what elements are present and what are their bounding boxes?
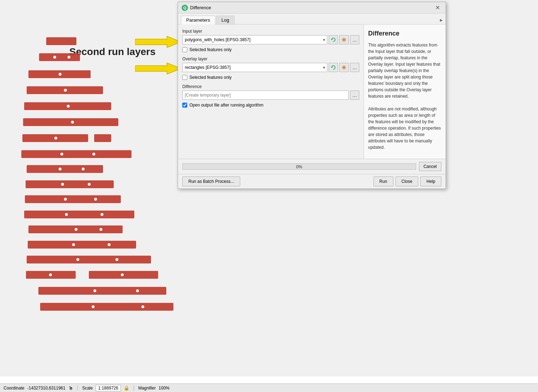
overlay-layer-label: Overlay layer [182, 56, 359, 61]
input-layer-label: Input layer [182, 29, 359, 34]
difference-output-label: Difference [182, 84, 359, 89]
lock-icon: 🔒 [124, 385, 129, 391]
svg-point-5 [343, 67, 345, 69]
separator-2 [134, 386, 134, 391]
help-panel: Difference This algorithm extracts featu… [364, 24, 446, 159]
input-selected-only-row: Selected features only [182, 47, 359, 52]
shape-10 [26, 180, 114, 188]
scale-label: Scale [82, 386, 93, 391]
magnifier-value: 100% [158, 386, 170, 391]
help-button[interactable]: Help [420, 176, 441, 186]
shape-4 [27, 86, 103, 94]
progress-area: 0% Cancel [178, 159, 446, 174]
svg-marker-2 [332, 39, 333, 40]
overlay-selected-only-checkbox[interactable] [182, 75, 187, 80]
shape-9 [27, 165, 103, 173]
overlay-layer-select[interactable]: rectangles [EPSG:3857] [182, 63, 327, 72]
coordinate-label: Coordinate [4, 386, 25, 391]
open-output-checkbox[interactable] [182, 103, 187, 108]
shape-12 [24, 211, 134, 218]
run-button[interactable]: Run [373, 176, 393, 186]
input-selected-only-label: Selected features only [189, 47, 232, 52]
progress-bar: 0% [182, 163, 416, 170]
shape-3 [28, 70, 91, 78]
map-tool-icon: 🖱 [68, 385, 73, 391]
close-dialog-button[interactable]: ✕ [433, 4, 442, 11]
tab-log[interactable]: Log [216, 16, 235, 24]
cancel-button[interactable]: Cancel [419, 162, 441, 171]
dialog-title: Difference [190, 5, 211, 10]
shape-16b [89, 271, 158, 279]
shape-2 [39, 53, 80, 61]
open-output-row: Open output file after running algorithm [182, 103, 359, 108]
dialog-titlebar: Q Difference ✕ [178, 2, 446, 13]
help-title: Difference [368, 29, 441, 38]
difference-output-row: … [182, 91, 359, 100]
titlebar-left: Q Difference [182, 5, 211, 11]
input-layer-row: polygons_with_holes [EPSG:3857] ▼ [182, 35, 359, 44]
qgis-logo: Q [182, 5, 188, 11]
shape-6 [23, 118, 118, 126]
magnifier-label: Magnifier [138, 386, 156, 391]
input-layer-combo-wrapper: polygons_with_holes [EPSG:3857] ▼ [182, 35, 327, 44]
overlay-layer-refresh-button[interactable] [329, 63, 338, 72]
coordinate-value: -14327310,6311961 [27, 386, 65, 391]
open-output-label: Open output file after running algorithm [189, 103, 263, 108]
input-layer-refresh-button[interactable] [329, 35, 338, 44]
status-bar: Coordinate -14327310,6311961 🖱 Scale 1:1… [0, 383, 538, 392]
shape-16a [26, 271, 76, 279]
difference-output-browse-button[interactable]: … [350, 91, 359, 100]
arrow-1 [135, 36, 181, 49]
parameters-panel: Input layer polygons_with_holes [EPSG:38… [178, 24, 364, 159]
input-layer-more-button[interactable]: … [350, 35, 359, 44]
progress-label: 0% [183, 164, 416, 170]
run-as-batch-button[interactable]: Run as Batch Process... [182, 176, 240, 186]
input-layer-select[interactable]: polygons_with_holes [EPSG:3857] [182, 35, 327, 44]
svg-point-3 [343, 39, 345, 41]
tab-parameters[interactable]: Parameters [181, 16, 215, 24]
shape-17 [38, 287, 166, 295]
shape-11 [25, 195, 121, 203]
overlay-selected-only-label: Selected features only [189, 75, 232, 80]
tab-bar: Parameters Log ▶ [178, 13, 446, 24]
dialog-bottom-buttons: Run as Batch Process... Run Close Help [178, 174, 446, 189]
shape-5 [24, 102, 111, 110]
overlay-layer-row: rectangles [EPSG:3857] ▼ … [182, 63, 359, 72]
input-layer-settings-button[interactable] [339, 35, 349, 44]
shape-7b [94, 134, 111, 142]
dialog-content: Input layer polygons_with_holes [EPSG:38… [178, 24, 446, 159]
help-text: This algorithm extracts features from th… [368, 42, 441, 151]
shape-8 [21, 150, 131, 158]
scale-value[interactable]: 1:1889726 [96, 385, 121, 391]
arrow-2 [135, 62, 181, 76]
tab-arrow-icon[interactable]: ▶ [440, 18, 443, 22]
shape-13 [28, 225, 123, 233]
shape-1 [46, 37, 76, 45]
svg-marker-0 [135, 36, 181, 48]
svg-marker-4 [332, 66, 333, 68]
close-button[interactable]: Close [396, 176, 419, 186]
shape-18 [40, 303, 173, 311]
shape-14 [28, 241, 136, 249]
svg-marker-1 [135, 63, 181, 74]
overlay-layer-settings-button[interactable] [339, 63, 349, 72]
shape-15 [27, 256, 151, 263]
difference-output-input[interactable] [182, 91, 349, 100]
overlay-layer-combo-wrapper: rectangles [EPSG:3857] ▼ [182, 63, 327, 72]
overlay-selected-only-row: Selected features only [182, 75, 359, 80]
overlay-layer-more-button[interactable]: … [350, 63, 359, 72]
separator-1 [77, 386, 78, 391]
input-selected-only-checkbox[interactable] [182, 47, 187, 52]
difference-dialog: Q Difference ✕ Parameters Log ▶ Input la… [178, 2, 446, 189]
shape-7a [22, 134, 88, 142]
